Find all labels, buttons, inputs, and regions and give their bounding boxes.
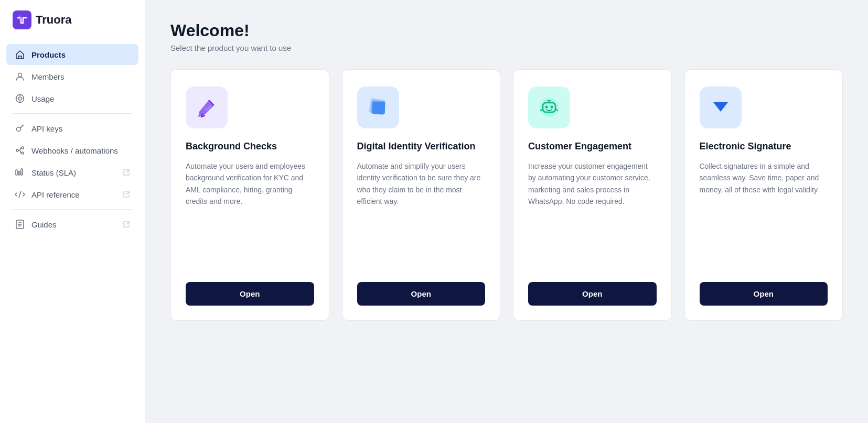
external-link-icon-guides bbox=[123, 221, 130, 228]
svg-rect-9 bbox=[18, 171, 20, 175]
electronic-signature-title: Electronic Signature bbox=[700, 141, 828, 152]
usage-icon bbox=[15, 93, 25, 104]
digital-identity-desc: Automate and simplify your users identit… bbox=[357, 160, 486, 265]
sidebar: Truora Products Members bbox=[0, 0, 145, 423]
product-card-background-checks: Background Checks Automate your users an… bbox=[170, 69, 329, 321]
digital-identity-title: Digital Identity Verification bbox=[357, 141, 486, 152]
products-grid: Background Checks Automate your users an… bbox=[170, 69, 843, 321]
sidebar-item-members-label: Members bbox=[31, 72, 65, 81]
nav-divider-1 bbox=[13, 113, 132, 114]
background-checks-desc: Automate your users and employees backgr… bbox=[186, 160, 314, 265]
logo-area: Truora bbox=[0, 0, 145, 40]
nav-section: Products Members Usage bbox=[0, 44, 145, 423]
product-card-customer-engagement: Customer Engagement Increase your custom… bbox=[513, 69, 672, 321]
api-reference-icon bbox=[15, 189, 25, 200]
sidebar-item-products-label: Products bbox=[31, 50, 66, 59]
sidebar-item-webhooks-label: Webhooks / automations bbox=[31, 146, 118, 155]
sidebar-item-guides-label: Guides bbox=[31, 220, 57, 229]
electronic-signature-icon-wrap bbox=[700, 86, 742, 128]
webhooks-icon bbox=[15, 145, 25, 156]
electronic-signature-open-button[interactable]: Open bbox=[700, 282, 828, 306]
sidebar-item-usage-label: Usage bbox=[31, 94, 54, 103]
product-card-electronic-signature: Electronic Signature Collect signatures … bbox=[684, 69, 843, 321]
svg-marker-19 bbox=[713, 102, 728, 112]
background-checks-title: Background Checks bbox=[186, 141, 314, 152]
digital-identity-open-button[interactable]: Open bbox=[357, 282, 486, 306]
svg-point-7 bbox=[22, 152, 24, 154]
members-icon bbox=[15, 71, 25, 82]
customer-engagement-title: Customer Engagement bbox=[528, 141, 657, 152]
sidebar-item-api-keys[interactable]: API keys bbox=[6, 118, 138, 139]
svg-point-17 bbox=[545, 106, 548, 109]
sidebar-item-api-keys-label: API keys bbox=[31, 124, 62, 133]
svg-point-18 bbox=[551, 106, 553, 109]
electronic-signature-desc: Collect signatures in a simple and seaml… bbox=[700, 160, 828, 265]
svg-rect-8 bbox=[16, 170, 17, 175]
background-checks-icon-wrap bbox=[186, 86, 228, 128]
home-icon bbox=[15, 49, 25, 60]
background-checks-icon bbox=[194, 95, 219, 120]
sidebar-item-products[interactable]: Products bbox=[6, 44, 138, 65]
background-checks-open-button[interactable]: Open bbox=[186, 282, 314, 306]
api-keys-icon bbox=[15, 123, 25, 134]
svg-rect-14 bbox=[372, 102, 385, 114]
sidebar-item-usage[interactable]: Usage bbox=[6, 88, 138, 109]
page-subtitle: Select the product you want to use bbox=[170, 44, 843, 52]
customer-engagement-open-button[interactable]: Open bbox=[528, 282, 657, 306]
guides-icon bbox=[15, 219, 25, 230]
sidebar-item-members[interactable]: Members bbox=[6, 66, 138, 87]
sidebar-item-api-reference-label: API reference bbox=[31, 190, 80, 199]
svg-rect-0 bbox=[13, 10, 31, 29]
nav-divider-2 bbox=[13, 209, 132, 210]
sidebar-item-webhooks[interactable]: Webhooks / automations bbox=[6, 140, 138, 161]
svg-point-6 bbox=[22, 147, 24, 149]
electronic-signature-icon bbox=[708, 95, 733, 120]
svg-point-4 bbox=[17, 127, 21, 132]
main-content: Welcome! Select the product you want to … bbox=[145, 0, 868, 423]
digital-identity-icon bbox=[366, 95, 391, 120]
sidebar-item-status-label: Status (SLA) bbox=[31, 168, 76, 177]
logo-text: Truora bbox=[36, 13, 71, 27]
truora-logo-icon bbox=[13, 10, 31, 29]
product-card-digital-identity: Digital Identity Verification Automate a… bbox=[342, 69, 501, 321]
digital-identity-icon-wrap bbox=[357, 86, 399, 128]
sidebar-item-api-reference[interactable]: API reference bbox=[6, 184, 138, 205]
svg-rect-10 bbox=[21, 169, 23, 175]
external-link-icon-api-ref bbox=[123, 191, 130, 198]
external-link-icon-status bbox=[123, 169, 130, 176]
customer-engagement-icon-wrap bbox=[528, 86, 570, 128]
page-title: Welcome! bbox=[170, 21, 843, 40]
svg-point-3 bbox=[18, 97, 22, 100]
svg-point-1 bbox=[18, 73, 22, 77]
sidebar-item-guides[interactable]: Guides bbox=[6, 214, 138, 235]
customer-engagement-icon bbox=[537, 95, 562, 120]
sidebar-item-status[interactable]: Status (SLA) bbox=[6, 162, 138, 183]
customer-engagement-desc: Increase your customer engagement by aut… bbox=[528, 160, 657, 265]
status-icon bbox=[15, 167, 25, 178]
